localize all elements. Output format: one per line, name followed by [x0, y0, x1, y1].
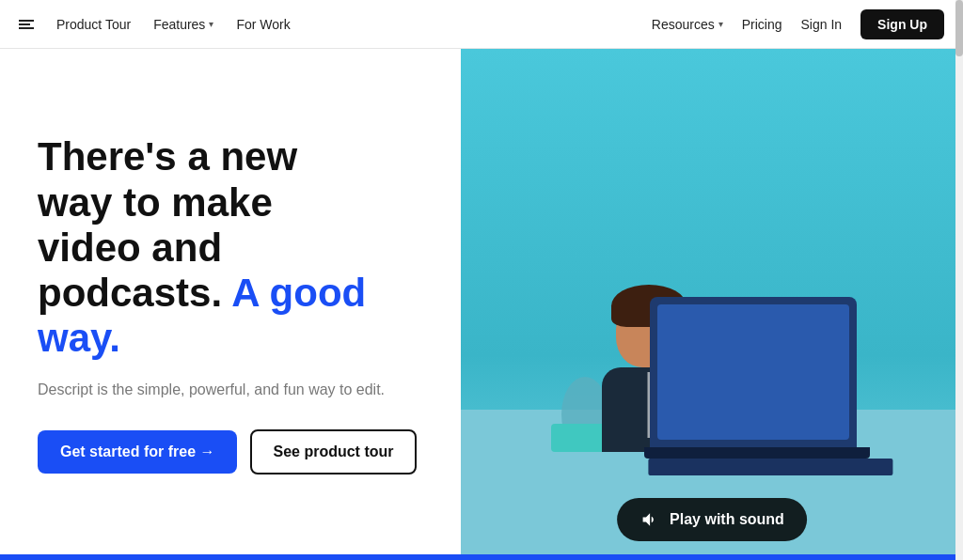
nav-for-work[interactable]: For Work [236, 17, 290, 32]
play-with-sound-button[interactable]: Play with sound [617, 498, 807, 541]
hero-subtext: Descript is the simple, powerful, and fu… [38, 379, 423, 401]
resources-chevron-icon: ▾ [718, 19, 723, 29]
hamburger-icon[interactable] [19, 20, 34, 29]
laptop-hinge [644, 447, 870, 459]
video-area: Play with sound [461, 49, 963, 560]
laptop-screen [650, 297, 857, 447]
nav-left: Product Tour Features ▾ For Work [19, 17, 291, 32]
laptop-base [648, 459, 892, 475]
features-chevron-icon: ▾ [209, 19, 213, 29]
sound-icon [639, 509, 660, 530]
logo[interactable] [19, 20, 34, 29]
see-product-tour-button[interactable]: See product tour [250, 429, 416, 474]
hero-section: There's a newway to makevideo andpodcast… [0, 49, 461, 560]
nav-right: Resources ▾ Pricing Sign In Sign Up [652, 9, 944, 39]
signup-button[interactable]: Sign Up [860, 9, 944, 39]
nav-resources[interactable]: Resources ▾ [652, 17, 723, 32]
nav-pricing[interactable]: Pricing [742, 17, 782, 32]
hero-headline: There's a newway to makevideo andpodcast… [38, 134, 423, 361]
hero-cta-buttons: Get started for free → See product tour [38, 429, 423, 474]
nav-features[interactable]: Features ▾ [153, 17, 213, 32]
scrollbar-thumb[interactable] [955, 0, 963, 56]
get-started-button[interactable]: Get started for free → [38, 430, 237, 474]
scrollbar[interactable] [955, 0, 963, 560]
navigation: Product Tour Features ▾ For Work Resourc… [0, 0, 963, 49]
hero-headline-accent: A goodway. [38, 271, 366, 360]
signin-button[interactable]: Sign In [801, 17, 843, 32]
bottom-bar [0, 554, 963, 560]
nav-product-tour[interactable]: Product Tour [56, 17, 131, 32]
laptop-display [657, 304, 849, 440]
main-content: There's a newway to makevideo andpodcast… [0, 49, 963, 560]
video-scene: Play with sound [461, 49, 963, 560]
